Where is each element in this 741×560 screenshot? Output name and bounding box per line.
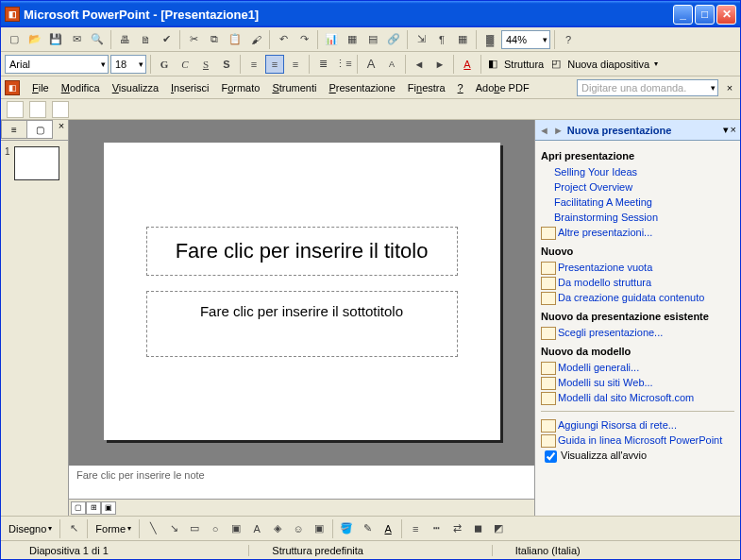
tables-borders-icon[interactable]: ▤: [363, 30, 382, 49]
font-size-combo[interactable]: 18: [110, 55, 146, 74]
notes-pane[interactable]: Fare clic per inserire le note: [69, 463, 534, 499]
draw-menu[interactable]: Disegno▾: [5, 523, 56, 535]
oval-icon[interactable]: ○: [206, 519, 225, 538]
panel-close[interactable]: ×: [55, 120, 68, 140]
doc-icon[interactable]: ◧: [5, 80, 20, 95]
subtitle-placeholder[interactable]: Fare clic per inserire il sottotitolo: [146, 291, 458, 357]
back-icon[interactable]: ◄: [539, 125, 547, 136]
arrow-icon[interactable]: ↘: [164, 519, 183, 538]
taskpane-close[interactable]: ×: [731, 124, 736, 136]
from-wizard-link[interactable]: Da creazione guidata contenuto: [541, 290, 734, 305]
shadow-icon[interactable]: S: [217, 55, 236, 74]
align-right-icon[interactable]: ≡: [286, 55, 305, 74]
from-template-link[interactable]: Da modello struttura: [541, 275, 734, 290]
menu-presentazione[interactable]: Presentazione: [323, 80, 400, 95]
format-painter-icon[interactable]: 🖌: [246, 30, 265, 49]
web-templates-link[interactable]: Modelli su siti Web...: [541, 375, 734, 390]
recent-link[interactable]: Facilitating A Meeting: [541, 195, 734, 210]
open-icon[interactable]: 📂: [25, 30, 44, 49]
show-startup-checkbox[interactable]: Visualizza all'avvio: [541, 448, 734, 465]
menu-file[interactable]: File: [26, 80, 55, 95]
expand-icon[interactable]: ⇲: [412, 30, 430, 49]
chart-icon[interactable]: 📊: [322, 30, 341, 49]
paste-icon[interactable]: 📋: [226, 30, 244, 49]
print-icon[interactable]: 🖶: [115, 30, 134, 49]
maximize-button[interactable]: □: [695, 5, 715, 25]
ms-templates-link[interactable]: Modelli dal sito Microsoft.com: [541, 390, 734, 405]
textbox-icon[interactable]: ▣: [227, 519, 245, 538]
redo-icon[interactable]: ↷: [295, 30, 313, 49]
save-icon[interactable]: 💾: [46, 30, 65, 49]
menu-inserisci[interactable]: Inserisci: [165, 80, 214, 95]
zoom-combo[interactable]: 44%: [501, 30, 550, 49]
new-slide-button[interactable]: ◰Nuova diapositiva▾: [548, 58, 661, 71]
arrow-style-icon[interactable]: ⇄: [447, 519, 466, 538]
help-search-box[interactable]: Digitare una domanda.: [577, 79, 718, 96]
show-formatting-icon[interactable]: ¶: [432, 30, 451, 49]
new-blank-link[interactable]: Presentazione vuota: [541, 260, 734, 275]
italic-icon[interactable]: C: [176, 55, 194, 74]
increase-font-icon[interactable]: A: [362, 55, 380, 74]
select-icon[interactable]: ↖: [64, 519, 83, 538]
new-icon[interactable]: ▢: [5, 30, 24, 49]
table-icon[interactable]: ▦: [343, 30, 362, 49]
menu-formato[interactable]: Formato: [215, 80, 265, 95]
design-button[interactable]: ◧Struttura: [485, 58, 547, 71]
copy-icon[interactable]: ⧉: [205, 30, 224, 49]
font-color-draw-icon[interactable]: A: [379, 519, 397, 538]
outline-tab[interactable]: ≡: [1, 120, 27, 139]
menu-strumenti[interactable]: Strumenti: [266, 80, 322, 95]
menu-help[interactable]: ?: [452, 80, 469, 95]
decrease-font-icon[interactable]: A: [382, 55, 401, 74]
line-style-icon[interactable]: ≡: [406, 519, 425, 538]
bullets-icon[interactable]: ⋮≡: [334, 55, 353, 74]
underline-icon[interactable]: S: [196, 55, 215, 74]
promote-icon[interactable]: ◄: [410, 55, 429, 74]
more-presentations-link[interactable]: Altre presentazioni...: [541, 225, 734, 240]
help-icon[interactable]: ?: [559, 30, 578, 49]
wordart-icon[interactable]: A: [247, 519, 266, 538]
slideshow-view-button[interactable]: ▣: [101, 501, 116, 515]
bold-icon[interactable]: G: [155, 55, 174, 74]
add-network-link[interactable]: Aggiungi Risorsa di rete...: [541, 417, 734, 433]
slides-tab[interactable]: ▢: [26, 120, 53, 139]
menu-visualizza[interactable]: Visualizza: [107, 80, 164, 95]
slide-canvas[interactable]: Fare clic per inserire il titolo Fare cl…: [104, 143, 500, 440]
hyperlink-icon[interactable]: 🔗: [384, 30, 403, 49]
line-icon[interactable]: ╲: [143, 519, 162, 538]
forward-icon[interactable]: ►: [553, 125, 562, 136]
choose-presentation-link[interactable]: Scegli presentazione...: [541, 325, 734, 340]
diagram-icon[interactable]: ◈: [268, 519, 287, 538]
undo-icon[interactable]: ↶: [274, 30, 293, 49]
general-templates-link[interactable]: Modelli generali...: [541, 360, 734, 375]
font-color-icon[interactable]: A: [458, 55, 477, 74]
spell-icon[interactable]: ✔: [157, 30, 176, 49]
3d-style-icon[interactable]: ◩: [489, 519, 508, 538]
grid-icon[interactable]: ▦: [453, 30, 472, 49]
recent-link[interactable]: Selling Your Ideas: [541, 164, 734, 179]
pdf-btn-3[interactable]: [52, 101, 69, 118]
menu-modifica[interactable]: Modifica: [56, 80, 106, 95]
color-icon[interactable]: ▓: [480, 30, 499, 49]
demote-icon[interactable]: ►: [430, 55, 449, 74]
numbering-icon[interactable]: ≣: [313, 55, 332, 74]
menu-adobe[interactable]: Adobe PDF: [470, 80, 535, 95]
menu-finestra[interactable]: Finestra: [402, 80, 451, 95]
online-help-link[interactable]: Guida in linea Microsoft PowerPoint: [541, 433, 734, 448]
clipart-icon[interactable]: ☺: [289, 519, 308, 538]
close-button[interactable]: ✕: [716, 5, 736, 25]
sorter-view-button[interactable]: ⊞: [86, 501, 101, 515]
dash-style-icon[interactable]: ┅: [427, 519, 446, 538]
line-color-icon[interactable]: ✎: [358, 519, 377, 538]
fill-color-icon[interactable]: 🪣: [337, 519, 356, 538]
picture-icon[interactable]: ▣: [310, 519, 328, 538]
normal-view-button[interactable]: ▢: [71, 501, 86, 515]
align-center-icon[interactable]: ≡: [265, 55, 284, 74]
recent-link[interactable]: Project Overview: [541, 179, 734, 195]
rectangle-icon[interactable]: ▭: [185, 519, 204, 538]
align-left-icon[interactable]: ≡: [244, 55, 263, 74]
shadow-style-icon[interactable]: ◼: [468, 519, 487, 538]
title-placeholder[interactable]: Fare clic per inserire il titolo: [146, 227, 458, 276]
mail-icon[interactable]: ✉: [67, 30, 86, 49]
pdf-btn-2[interactable]: [29, 101, 46, 118]
